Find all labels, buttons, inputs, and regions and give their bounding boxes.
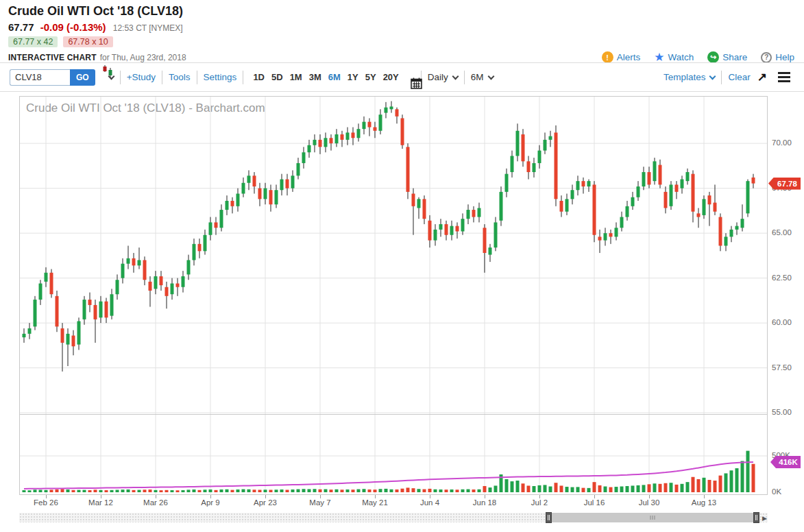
quote-line: 67.77 -0.09 (-0.13%) 12:53 CT [NYMEX]: [8, 21, 804, 33]
clear-button[interactable]: Clear: [728, 72, 750, 82]
axis-tick-label: 55.00: [772, 408, 803, 416]
last-price-tag: 67.78: [768, 178, 801, 190]
tab-20y[interactable]: 20Y: [383, 72, 399, 82]
axis-tick-label: Apr 9: [191, 498, 230, 507]
tab-6m[interactable]: 6M: [328, 72, 341, 82]
help-icon: ?: [761, 52, 772, 63]
watch-star-icon: ★: [654, 51, 664, 63]
axis-tick-label: Jul 2: [520, 498, 559, 507]
page-title: Crude Oil WTI Oct '18 (CLV18): [8, 4, 804, 19]
chevron-down-icon: [709, 73, 716, 80]
bid-ask-row: 67.77 x 42 67.78 x 10: [8, 36, 804, 47]
chart-toolbar: GO +Study Tools Settings 1D 5D 1M 3M 6M …: [0, 63, 804, 92]
bid-badge: 67.77 x 42: [8, 36, 58, 47]
tab-1d[interactable]: 1D: [253, 72, 265, 82]
frequency-dropdown[interactable]: Daily: [428, 72, 458, 82]
axis-tick-label: May 21: [356, 498, 394, 507]
tools-button[interactable]: Tools: [169, 72, 191, 82]
axis-tick-label: Jun 18: [465, 498, 504, 507]
axis-tick-label: Jul 30: [630, 498, 668, 507]
divider: [464, 71, 465, 84]
last-price: 67.77: [8, 21, 34, 33]
share-icon: ↪: [707, 51, 719, 63]
axis-tick-label: 60.00: [772, 318, 803, 326]
menu-icon[interactable]: [778, 72, 790, 82]
chart-scrollbar-track[interactable]: [19, 513, 768, 522]
range-value: 6M: [471, 72, 484, 82]
share-link[interactable]: ↪ Share: [707, 51, 747, 63]
axis-tick-label: 0K: [772, 487, 803, 496]
tab-1m[interactable]: 1M: [290, 72, 302, 82]
expand-chart-icon[interactable]: ↗: [757, 70, 767, 84]
quote-time: 12:53 CT [NYMEX]: [113, 23, 183, 33]
add-study-button[interactable]: +Study: [127, 72, 156, 82]
chevron-down-icon: [452, 73, 459, 80]
scrollbar-right-handle[interactable]: [753, 512, 759, 523]
help-label: Help: [775, 52, 794, 62]
price-change: -0.09 (-0.13%): [40, 21, 106, 33]
open-interest-tag: 416K: [770, 456, 801, 468]
toolbar-right: Templates Clear ↗: [663, 70, 794, 84]
symbol-input[interactable]: [10, 69, 70, 86]
alerts-link[interactable]: ! Alerts: [602, 51, 641, 63]
header-links: ! Alerts ★ Watch ↪ Share ? Help: [602, 51, 794, 63]
divider: [243, 71, 243, 84]
axis-tick-label: Jul 16: [575, 498, 613, 507]
axis-tick-label: 70.00: [772, 138, 803, 147]
share-label: Share: [722, 52, 747, 62]
scrollbar-left-handle[interactable]: [546, 512, 552, 523]
settings-button[interactable]: Settings: [204, 72, 237, 82]
volume-pane: [20, 415, 767, 495]
barchart-interactive-chart-page: Crude Oil WTI Oct '18 (CLV18) 67.77 -0.0…: [0, 0, 804, 532]
help-link[interactable]: ? Help: [761, 52, 794, 63]
alerts-label: Alerts: [617, 52, 641, 62]
tab-5y[interactable]: 5Y: [365, 72, 376, 82]
tab-5d[interactable]: 5D: [271, 72, 283, 82]
templates-dropdown[interactable]: Templates: [663, 72, 716, 82]
axis-tick-label: 57.50: [772, 363, 803, 372]
range-dropdown[interactable]: 6M: [471, 72, 494, 82]
interactive-chart-row: INTERACTIVE CHART for Thu, Aug 23rd, 201…: [8, 51, 804, 63]
header: Crude Oil WTI Oct '18 (CLV18) 67.77 -0.0…: [8, 4, 804, 63]
axis-tick-label: Aug 13: [685, 498, 723, 507]
scroll-right-arrow[interactable]: ▶: [762, 515, 767, 522]
divider: [162, 71, 162, 84]
tab-1y[interactable]: 1Y: [348, 72, 358, 82]
scrollbar-grip-icon: [650, 516, 655, 520]
divider: [721, 71, 722, 84]
chart-scrollbar-range[interactable]: [548, 513, 757, 522]
chevron-down-icon: [487, 73, 494, 80]
templates-label: Templates: [663, 72, 706, 82]
go-button[interactable]: GO: [70, 69, 95, 86]
divider: [120, 71, 121, 84]
axis-tick-label: 62.50: [772, 274, 803, 282]
ask-badge: 67.78 x 10: [63, 36, 112, 47]
axis-tick-label: 65.00: [772, 228, 803, 237]
frequency-value: Daily: [428, 72, 448, 82]
watch-label: Watch: [668, 52, 694, 62]
price-pane: [20, 97, 767, 414]
divider: [197, 71, 197, 84]
axis-tick-label: May 7: [301, 498, 339, 507]
tab-3m[interactable]: 3M: [309, 72, 321, 82]
axis-tick-label: Feb 26: [27, 498, 65, 507]
watch-link[interactable]: ★ Watch: [654, 51, 694, 63]
axis-tick-label: Apr 23: [246, 498, 284, 507]
interactive-chart-label: INTERACTIVE CHART: [8, 53, 97, 62]
axis-tick-label: Mar 12: [82, 498, 120, 507]
chart-date: for Thu, Aug 23rd, 2018: [100, 53, 186, 62]
alerts-icon: !: [602, 51, 613, 63]
axis-tick-label: Jun 4: [411, 498, 449, 507]
axis-tick-label: Mar 26: [136, 498, 175, 507]
